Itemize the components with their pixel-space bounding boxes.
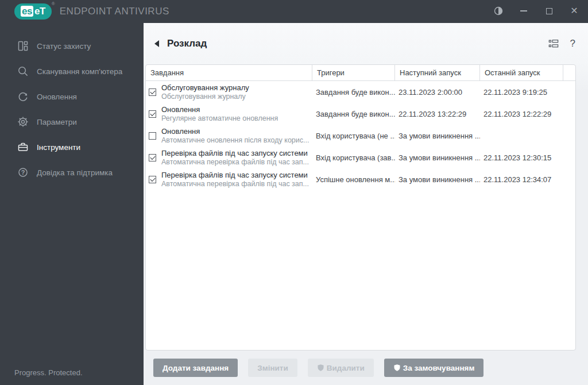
task-cell: Перевірка файлів під час запуску системи… (146, 171, 312, 188)
task-last-run: 22.11.2023 12:30:15 (480, 153, 563, 162)
gear-icon (17, 116, 29, 128)
task-next-run: За умови виникнення ... (395, 175, 480, 184)
default-button-label: За замовчуванням (403, 364, 475, 372)
task-cell: Оновлення Регулярне автоматичне оновленн… (146, 105, 312, 123)
sidebar-item-help-support[interactable]: ? Довідка та підтримка (0, 160, 144, 185)
sidebar-item-computer-scan[interactable]: Сканування комп'ютера (0, 59, 144, 84)
task-description: Регулярне автоматичне оновлення (161, 114, 278, 123)
sidebar-item-label: Інструменти (37, 143, 80, 152)
action-button-bar: Додати завдання Змінити Видалити За замо… (144, 351, 588, 385)
task-description: Автоматична перевірка файлів під час зап… (161, 180, 309, 188)
column-header-last-run[interactable]: Останній запуск (480, 65, 563, 81)
column-header-task[interactable]: Завдання (146, 65, 312, 81)
dashboard-icon (17, 40, 29, 52)
sidebar-item-setup[interactable]: Параметри (0, 109, 144, 134)
sidebar-item-label: Статус захисту (37, 42, 91, 51)
task-last-run: 22.11.2023 12:22:29 (480, 110, 563, 118)
sidebar-item-label: Параметри (37, 118, 77, 126)
task-trigger: Завдання буде викон... (312, 88, 395, 97)
sidebar-item-tools[interactable]: Інструменти (0, 134, 144, 160)
sidebar-item-update[interactable]: Оновлення (0, 84, 144, 109)
eset-logo-pill: eseT (14, 3, 52, 20)
delete-button[interactable]: Видалити (308, 359, 374, 377)
table-body: Обслуговування журналу Обслуговування жу… (146, 81, 575, 190)
task-checkbox[interactable] (149, 132, 156, 140)
edit-button[interactable]: Змінити (248, 359, 297, 377)
table-row[interactable]: Оновлення Регулярне автоматичне оновленн… (146, 103, 575, 125)
task-last-run: 22.11.2023 9:19:25 (480, 88, 563, 97)
task-next-run: За умови виникнення ... (395, 153, 480, 162)
edit-button-label: Змінити (257, 364, 288, 372)
table-header: Завдання Тригери Наступний запуск Останн… (146, 65, 575, 81)
maximize-icon[interactable] (536, 0, 562, 22)
task-checkbox[interactable] (149, 110, 156, 118)
refresh-icon (17, 91, 29, 102)
task-name: Перевірка файлів під час запуску системи (161, 149, 309, 158)
minimize-icon[interactable] (511, 0, 536, 22)
back-icon[interactable] (153, 39, 161, 48)
task-description: Обслуговування журналу (161, 93, 249, 101)
default-button[interactable]: За замовчуванням (384, 359, 484, 377)
schedule-table: Завдання Тригери Наступний запуск Останн… (145, 64, 576, 351)
task-cell: Обслуговування журналу Обслуговування жу… (146, 83, 312, 101)
task-cell: Оновлення Автоматичне оновлення після вх… (146, 127, 312, 145)
task-trigger: Успішне оновлення м... (312, 175, 395, 184)
page-header: Розклад ? (144, 23, 588, 64)
task-trigger: Вхід користувача (зав... (312, 153, 395, 162)
task-name: Оновлення (161, 105, 278, 114)
header-icons: ? (548, 23, 575, 64)
task-next-run: 22.11.2023 13:22:29 (395, 110, 480, 118)
logo-text-left: es (21, 6, 33, 17)
task-trigger: Вхід користувача (не ... (312, 132, 395, 140)
table-row[interactable]: Перевірка файлів під час запуску системи… (146, 168, 575, 190)
help-circle-icon: ? (17, 167, 29, 178)
brand-tagline: Progress. Protected. (14, 368, 83, 377)
svg-text:?: ? (21, 169, 25, 176)
page-title: Розклад (167, 38, 207, 49)
delete-button-label: Видалити (327, 364, 365, 372)
task-name: Перевірка файлів під час запуску системи (161, 171, 309, 180)
task-checkbox[interactable] (149, 88, 156, 96)
main-content: Розклад ? Завдання Тригери Наступний зап… (144, 23, 588, 385)
registered-mark: ® (52, 1, 55, 6)
sidebar-item-label: Оновлення (37, 93, 77, 101)
task-description: Автоматична перевірка файлів під час зап… (161, 158, 309, 167)
sidebar-nav: Статус захисту Сканування комп'ютера Оно… (0, 23, 144, 185)
search-icon (17, 66, 29, 77)
close-icon[interactable]: ✕ (562, 0, 587, 22)
logo-text-right: eT (34, 6, 45, 16)
task-next-run: 23.11.2023 2:00:00 (395, 88, 480, 97)
eset-logo: eseT ® (14, 3, 52, 20)
task-name: Обслуговування журналу (161, 83, 249, 93)
column-header-next-run[interactable]: Наступний запуск (395, 65, 480, 81)
task-cell: Перевірка файлів під час запуску системи… (146, 149, 312, 167)
add-task-button[interactable]: Додати завдання (153, 359, 238, 377)
details-view-icon[interactable] (548, 38, 559, 49)
shield-icon (393, 364, 401, 372)
sidebar-item-label: Сканування комп'ютера (37, 67, 122, 76)
task-checkbox[interactable] (149, 176, 156, 183)
toolbox-icon (17, 141, 29, 153)
task-name: Оновлення (161, 127, 309, 136)
table-row[interactable]: Перевірка файлів під час запуску системи… (146, 147, 575, 168)
task-checkbox[interactable] (149, 154, 156, 161)
sidebar-item-label: Довідка та підтримка (37, 168, 113, 177)
task-next-run: За умови виникнення ... (395, 132, 480, 140)
window-controls: ✕ (486, 0, 587, 22)
add-task-button-label: Додати завдання (163, 364, 229, 372)
theme-toggle-icon[interactable] (486, 0, 511, 22)
task-description: Автоматичне оновлення після входу корис.… (161, 136, 309, 145)
help-icon[interactable]: ? (570, 38, 575, 49)
table-row[interactable]: Обслуговування журналу Обслуговування жу… (146, 81, 575, 103)
table-row[interactable]: Оновлення Автоматичне оновлення після вх… (146, 125, 575, 147)
product-title: ENDPOINT ANTIVIRUS (60, 6, 169, 17)
sidebar-item-protection-status[interactable]: Статус захисту (0, 33, 144, 59)
column-header-spacer (563, 65, 575, 81)
sidebar: Статус захисту Сканування комп'ютера Оно… (0, 23, 144, 385)
column-header-triggers[interactable]: Тригери (312, 65, 395, 81)
title-bar: eseT ® ENDPOINT ANTIVIRUS ✕ (0, 0, 588, 23)
task-trigger: Завдання буде викон... (312, 110, 395, 118)
task-last-run: 22.11.2023 12:34:07 (480, 175, 563, 184)
shield-icon (317, 364, 324, 372)
